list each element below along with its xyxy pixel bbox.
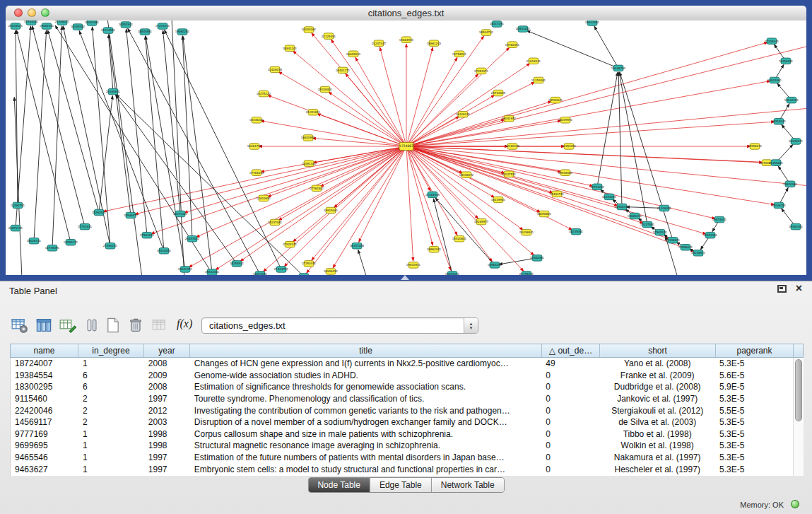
- column-header-title[interactable]: title: [190, 344, 542, 357]
- graph-node[interactable]: 20346821: [666, 237, 681, 243]
- column-header-in_degree[interactable]: in_degree: [78, 344, 144, 357]
- table-row[interactable]: 946362711997Embryonic stem cells: a mode…: [11, 463, 793, 475]
- graph-node[interactable]: 19356281: [779, 58, 794, 64]
- graph-node[interactable]: 13354091: [562, 144, 577, 150]
- graph-node[interactable]: 15292921: [92, 209, 107, 216]
- graph-node[interactable]: 17544031: [24, 21, 39, 25]
- tab-node-table[interactable]: Node Table: [308, 478, 370, 492]
- graph-node[interactable]: 16872041: [445, 271, 460, 275]
- graph-node[interactable]: 14820361: [783, 181, 798, 187]
- table-row[interactable]: 911546021997Tourette syndrome. Phenomeno…: [11, 393, 793, 405]
- graph-node[interactable]: 20178341: [519, 271, 534, 275]
- network-canvas[interactable]: 1724062179243411523708112610651177640431…: [6, 21, 806, 275]
- graph-node[interactable]: 20436841: [519, 229, 534, 235]
- graph-node[interactable]: 21247447: [372, 40, 387, 47]
- new-column-icon[interactable]: [59, 317, 76, 334]
- graph-node[interactable]: 16135941: [491, 197, 506, 203]
- graph-node[interactable]: 19664994: [399, 37, 414, 43]
- graph-node[interactable]: 17561821: [140, 232, 155, 238]
- memory-ok-indicator[interactable]: [791, 500, 799, 508]
- delete-table-icon[interactable]: [127, 317, 144, 334]
- graph-node[interactable]: 16605910: [346, 51, 361, 57]
- graph-node[interactable]: 16820951: [301, 135, 316, 141]
- graph-node[interactable]: 12014561: [101, 28, 116, 34]
- graph-node[interactable]: 15824061: [767, 77, 782, 83]
- graph-node[interactable]: 16238471: [789, 139, 804, 145]
- graph-node[interactable]: 19915061: [324, 207, 339, 214]
- graph-node[interactable]: 20871251: [8, 225, 23, 231]
- graph-node[interactable]: 15840861: [138, 29, 153, 35]
- graph-node[interactable]: 16026131: [27, 238, 42, 244]
- graph-node[interactable]: 17208341: [765, 38, 779, 45]
- graph-node[interactable]: 19318261: [157, 248, 172, 255]
- graph-node[interactable]: 17036251: [772, 202, 787, 209]
- graph-node[interactable]: 17905141: [653, 229, 668, 235]
- graph-node[interactable]: 11253081: [531, 77, 546, 83]
- graph-node[interactable]: 19874041: [712, 216, 727, 223]
- graph-node[interactable]: 16126141: [456, 111, 471, 117]
- graph-node[interactable]: 15237081: [268, 219, 283, 226]
- graph-node[interactable]: 14582061: [530, 255, 545, 262]
- graph-node[interactable]: 12873041: [253, 271, 268, 275]
- graph-node[interactable]: 20552941: [119, 22, 134, 28]
- graph-node[interactable]: 17761801: [310, 185, 324, 192]
- graph-node[interactable]: 15632081: [205, 269, 220, 275]
- graph-node[interactable]: 21504761: [274, 267, 289, 273]
- graph-node[interactable]: 21090231: [103, 243, 118, 249]
- table-row[interactable]: 2242004622012Investigating the contribut…: [11, 404, 793, 416]
- graph-node[interactable]: 16906451: [324, 269, 339, 275]
- graph-node[interactable]: 18041981: [85, 21, 100, 25]
- graph-node[interactable]: 16791281: [590, 184, 605, 190]
- show-columns-icon[interactable]: [35, 317, 52, 334]
- graph-node[interactable]: 14936471: [124, 212, 139, 218]
- graph-node[interactable]: 16347208: [350, 243, 365, 249]
- table-options-icon[interactable]: [11, 317, 28, 334]
- graph-node[interactable]: 18963251: [488, 262, 502, 269]
- graph-node[interactable]: 15494741: [550, 191, 565, 197]
- graph-node[interactable]: 19610941: [406, 262, 421, 269]
- graph-node[interactable]: 20457811: [185, 235, 200, 242]
- graph-node[interactable]: 21350841: [769, 160, 784, 166]
- graph-node[interactable]: 17081971: [474, 68, 489, 74]
- graph-node[interactable]: 12091341: [302, 160, 317, 167]
- table-row[interactable]: 1830029562008Estimation of significance …: [11, 381, 793, 393]
- graph-node[interactable]: 16049591: [558, 117, 573, 124]
- graph-node[interactable]: 16452091: [703, 232, 718, 238]
- graph-node[interactable]: 15520801: [452, 235, 467, 242]
- graph-node[interactable]: 19546081: [558, 170, 573, 176]
- table-row[interactable]: 977716911998Corpus callosum shape and si…: [11, 428, 793, 440]
- new-table-icon[interactable]: [105, 317, 122, 334]
- graph-node[interactable]: 17742831: [78, 223, 93, 230]
- graph-node[interactable]: 16345082: [71, 24, 86, 30]
- graph-node[interactable]: 16041952: [502, 115, 517, 122]
- graph-node[interactable]: 16061791: [247, 144, 262, 150]
- network-graph[interactable]: 1724062179243411523708112610651177640431…: [6, 21, 806, 275]
- column-header-year[interactable]: year: [144, 344, 190, 357]
- graph-node[interactable]: 19684251: [628, 213, 642, 219]
- graph-node[interactable]: 18096821: [537, 211, 552, 217]
- graph-node[interactable]: 21358071: [55, 21, 70, 25]
- vertical-scrollbar[interactable]: [793, 358, 804, 476]
- graph-node[interactable]: 20634021: [8, 23, 23, 30]
- graph-node[interactable]: 12490751: [11, 202, 25, 209]
- graph-node[interactable]: 18165977: [474, 218, 489, 225]
- import-table-disabled-icon[interactable]: [151, 317, 168, 334]
- graph-node[interactable]: 18961243: [427, 40, 442, 47]
- column-header-pagerank[interactable]: pagerank: [716, 344, 794, 357]
- graph-node[interactable]: 19462081: [789, 223, 804, 230]
- graph-node[interactable]: 18436201: [249, 117, 264, 124]
- table-row[interactable]: 946554611997Estimation of the future num…: [11, 452, 793, 464]
- column-header-short[interactable]: short: [600, 344, 716, 357]
- graph-node[interactable]: 18236511: [691, 250, 706, 257]
- graph-node[interactable]: 17318209: [297, 274, 312, 275]
- table-row[interactable]: 969969511998Structural magnetic resonanc…: [11, 440, 793, 452]
- graph-node[interactable]: 18042581: [784, 97, 799, 103]
- graph-node[interactable]: 17354441: [302, 261, 317, 267]
- graph-node[interactable]: 21618341: [526, 58, 541, 64]
- graph-node[interactable]: 14756521: [452, 51, 467, 57]
- graph-node[interactable]: 20160651: [106, 88, 121, 95]
- graph-node[interactable]: 12160109: [505, 144, 520, 150]
- graph-node[interactable]: 18354091: [602, 194, 617, 200]
- graph-node[interactable]: 19041371: [178, 267, 193, 273]
- graph-node[interactable]: 19862041: [427, 247, 442, 253]
